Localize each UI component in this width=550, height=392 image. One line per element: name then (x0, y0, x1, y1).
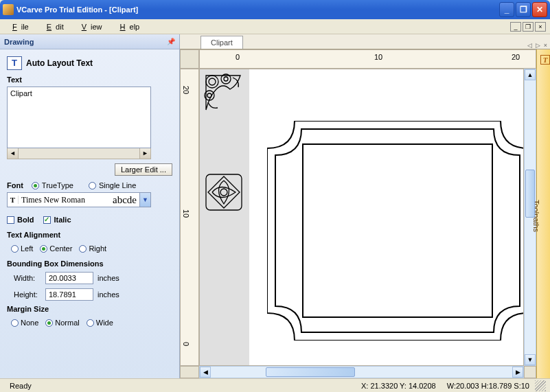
text-label: Text (7, 76, 172, 84)
status-dims: W:20.003 H:18.789 S:10 (442, 382, 535, 390)
resize-grip-icon[interactable] (535, 380, 546, 391)
larger-edit-button[interactable]: Larger Edit ... (115, 163, 172, 176)
italic-label: Italic (54, 216, 71, 224)
document-area: Clipart ◁ ▷ × 0 10 20 (180, 34, 550, 378)
truetype-label: TrueType (42, 181, 73, 189)
ruler-horizontal: 0 10 20 (199, 49, 536, 69)
drawing-panel: Drawing 📌 T Auto Layout Text Text Clipar… (0, 34, 180, 378)
svg-point-0 (206, 76, 218, 88)
scroll-thumb-h[interactable] (266, 367, 355, 377)
tab-nav-right-icon[interactable]: ▷ (534, 42, 542, 49)
svg-point-7 (220, 189, 227, 196)
maximize-button[interactable]: ❐ (516, 2, 531, 17)
align-center-radio[interactable] (40, 245, 47, 253)
title-bar: VCarve Pro Trial Edition - [Clipart] _ ❐… (0, 0, 550, 19)
status-ready: Ready (4, 382, 37, 390)
status-coords: X: 21.3320 Y: 14.0208 (356, 382, 442, 390)
font-type-icon: T (8, 196, 19, 204)
textarea-hscroll[interactable]: ◄ ► (7, 148, 151, 159)
align-left-label: Left (21, 244, 33, 253)
margin-wide-label: Wide (96, 319, 113, 327)
scroll-left-icon[interactable]: ◄ (8, 148, 19, 159)
scroll-right2-icon[interactable]: ▶ (512, 367, 523, 378)
margin-none-radio[interactable] (11, 319, 19, 327)
plaque-frame[interactable] (267, 121, 524, 341)
alignment-label: Text Alignment (7, 231, 172, 239)
ruler-vertical: 0 10 20 (180, 69, 199, 366)
font-preview: abcde (110, 194, 139, 206)
width-input[interactable] (45, 272, 93, 284)
menu-file[interactable]: File (4, 21, 33, 32)
vertical-scrollbar[interactable]: ▲ ▼ (524, 69, 536, 366)
bold-label: Bold (17, 216, 34, 224)
scroll-left2-icon[interactable]: ◀ (200, 367, 211, 378)
tab-clipart[interactable]: Clipart (200, 36, 243, 49)
margin-none-label: None (21, 319, 38, 327)
tab-strip: Clipart ◁ ▷ × (180, 34, 550, 49)
height-units: inches (98, 290, 119, 299)
chevron-down-icon[interactable]: ▼ (139, 193, 150, 207)
clipart-celtic-square[interactable] (204, 172, 244, 212)
horizontal-scrollbar[interactable]: ◀ ▶ (199, 366, 524, 378)
italic-checkbox[interactable] (43, 216, 51, 224)
mdi-restore-button[interactable]: ❐ (523, 22, 534, 32)
align-left-radio[interactable] (11, 245, 19, 253)
bold-checkbox[interactable] (7, 216, 14, 224)
mdi-close-button[interactable]: × (535, 22, 546, 32)
canvas[interactable] (199, 69, 524, 366)
align-center-label: Center (49, 244, 72, 253)
align-right-label: Right (89, 244, 106, 253)
app-icon (3, 4, 14, 15)
singleline-label: Single Line (99, 181, 136, 189)
pin-icon[interactable]: 📌 (167, 38, 175, 45)
section-title: Auto Layout Text (26, 58, 93, 68)
panel-header: Drawing 📌 (0, 34, 179, 49)
scroll-thumb-v[interactable] (525, 170, 535, 218)
menu-view[interactable]: View (73, 21, 106, 32)
truetype-radio[interactable] (32, 182, 39, 189)
tab-close-icon[interactable]: × (542, 42, 549, 49)
ruler-corner (180, 49, 199, 69)
margin-normal-radio[interactable] (45, 319, 53, 327)
margin-wide-radio[interactable] (87, 319, 94, 327)
margin-label: Margin Size (7, 305, 172, 313)
clipart-corner-ornament[interactable] (203, 72, 245, 115)
minimize-button[interactable]: _ (499, 2, 514, 17)
mdi-minimize-button[interactable]: _ (510, 22, 521, 32)
svg-point-3 (224, 77, 228, 81)
font-select[interactable]: T Times New Roman abcde ▼ (7, 192, 151, 207)
text-input[interactable]: Clipart (7, 87, 151, 148)
svg-rect-8 (303, 144, 492, 317)
width-label: Width: (14, 274, 41, 282)
svg-point-1 (209, 78, 216, 85)
singleline-radio[interactable] (89, 182, 96, 189)
font-name: Times New Roman (19, 195, 110, 205)
toolpaths-icon: T (540, 55, 550, 65)
text-tool-icon: T (7, 56, 22, 70)
tab-nav-left-icon[interactable]: ◁ (526, 42, 534, 49)
menu-bar: File Edit View Help _ ❐ × (0, 19, 550, 34)
height-label: Height: (14, 290, 41, 299)
bbox-label: Bounding Box Dimensions (7, 260, 172, 268)
menu-help[interactable]: Help (112, 21, 144, 32)
svg-rect-6 (206, 174, 242, 210)
toolpaths-tab[interactable]: T Toolpaths (536, 49, 550, 378)
font-label: Font (7, 181, 23, 189)
width-units: inches (98, 274, 119, 282)
close-button[interactable]: ✕ (532, 2, 547, 17)
menu-edit[interactable]: Edit (38, 21, 68, 32)
panel-title: Drawing (4, 38, 34, 46)
window-title: VCarve Pro Trial Edition - [Clipart] (16, 5, 499, 14)
scroll-right-icon[interactable]: ► (139, 148, 150, 159)
align-right-radio[interactable] (79, 245, 87, 253)
status-bar: Ready X: 21.3320 Y: 14.0208 W:20.003 H:1… (0, 378, 550, 392)
height-input[interactable] (45, 288, 93, 301)
margin-normal-label: Normal (55, 319, 79, 327)
